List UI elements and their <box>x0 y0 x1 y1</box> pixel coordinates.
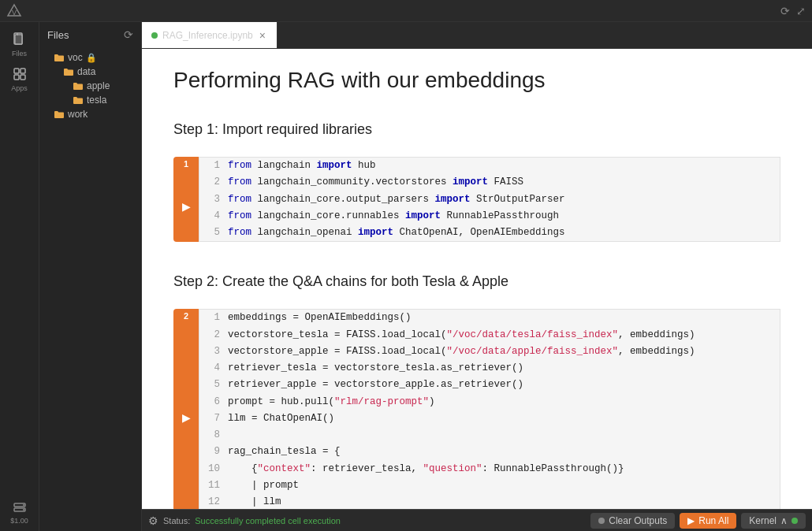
cell-1-left: 1 ▶ <box>173 157 199 242</box>
file-tree: voc 🔒 data apple <box>39 47 141 531</box>
top-bar: V ⟳ ⤢ <box>0 0 812 22</box>
c2-line-11: 11 | prompt <box>199 477 780 494</box>
cell-2-code: 1 embeddings = OpenAIEmbeddings() 2 vect… <box>199 309 780 509</box>
kernel-status-dot <box>792 518 798 524</box>
status-label: Status: <box>163 516 190 525</box>
tab-bar: RAG_Inference.ipynb × <box>142 22 812 49</box>
run-play-icon: ▶ <box>687 515 695 526</box>
files-icon <box>12 32 28 47</box>
code-line-4: 4 from langchain_core.runnables import R… <box>199 208 780 225</box>
storage-amount: $1.00 <box>10 517 28 525</box>
notebook-title-section: Performing RAG with our embeddings <box>142 49 812 106</box>
sidebar-icons: Files Apps $1.00 <box>0 22 39 531</box>
c2-line-1: 1 embeddings = OpenAIEmbeddings() <box>199 310 780 326</box>
c2-line-9: 9 rag_chain_tesla = { <box>199 444 780 460</box>
sidebar-item-files[interactable]: Files <box>4 28 35 60</box>
cell-1-run-button[interactable]: ▶ <box>173 171 199 242</box>
play-icon: ▶ <box>182 200 191 213</box>
step1-section: Step 1: Import required libraries <box>142 106 812 150</box>
cell-1-wrapper: 1 ▶ 1 from langchain import hub 2 from l… <box>173 157 780 242</box>
folder-icon <box>63 66 74 77</box>
c2-line-10: 10 {"context": retriever_tesla, "questio… <box>199 461 780 477</box>
svg-text:V: V <box>12 9 17 17</box>
file-item-tesla[interactable]: tesla <box>39 93 141 107</box>
bottom-actions: Clear Outputs ▶ Run All Kernel ∧ <box>590 513 806 529</box>
file-item-work[interactable]: work <box>39 107 141 121</box>
apps-icon <box>12 66 28 82</box>
tab-close-button[interactable]: × <box>258 30 267 41</box>
cell-2-number: 2 <box>173 309 199 323</box>
c2-line-12: 12 | llm <box>199 494 780 509</box>
file-item-apple[interactable]: apple <box>39 79 141 93</box>
svg-rect-7 <box>14 75 19 80</box>
files-refresh-icon[interactable]: ⟳ <box>124 28 133 41</box>
svg-rect-6 <box>20 69 25 73</box>
c2-line-5: 5 retriever_apple = vectorstore_apple.as… <box>199 377 780 393</box>
bottom-status: ⚙ Status: Successfully completed cell ex… <box>148 514 341 527</box>
svg-point-12 <box>23 509 24 511</box>
app-logo: V <box>6 3 22 19</box>
cell-1-number: 1 <box>173 157 199 171</box>
svg-rect-5 <box>14 69 19 73</box>
file-label-tesla: tesla <box>87 95 106 106</box>
step2-heading: Step 2: Create the Q&A chains for both T… <box>173 273 780 290</box>
tab-filename: RAG_Inference.ipynb <box>162 30 253 41</box>
folder-icon <box>73 95 84 106</box>
file-panel-header: Files ⟳ <box>39 22 141 47</box>
folder-icon <box>54 109 65 120</box>
c2-line-7: 7 llm = ChatOpenAI() <box>199 410 780 427</box>
c2-line-6: 6 prompt = hub.pull("rlm/rag-prompt") <box>199 394 780 410</box>
sidebar-item-apps[interactable]: Apps <box>4 63 35 95</box>
folder-icon <box>73 80 84 91</box>
c2-line-8: 8 <box>199 427 780 444</box>
file-label-voc: voc <box>68 52 83 63</box>
storage-indicator: $1.00 <box>4 493 35 531</box>
c2-line-2: 2 vectorstore_tesla = FAISS.load_local("… <box>199 327 780 343</box>
apps-label: Apps <box>11 84 28 92</box>
file-label-work: work <box>68 109 88 120</box>
svg-rect-3 <box>16 35 22 44</box>
kernel-chevron-icon: ∧ <box>780 515 788 526</box>
window-controls: ⟳ ⤢ <box>780 5 806 17</box>
kernel-label: Kernel <box>749 515 777 526</box>
cell-2-left: 2 ▶ <box>173 309 199 509</box>
file-panel: Files ⟳ voc 🔒 data <box>39 22 142 531</box>
clear-outputs-button[interactable]: Clear Outputs <box>590 513 675 529</box>
bottom-bar: ⚙ Status: Successfully completed cell ex… <box>142 509 812 531</box>
step1-heading: Step 1: Import required libraries <box>173 121 780 138</box>
run-label: Run All <box>698 515 728 526</box>
fullscreen-icon[interactable]: ⤢ <box>796 5 806 17</box>
settings-icon[interactable]: ⚙ <box>148 514 158 527</box>
clear-label: Clear Outputs <box>609 515 667 526</box>
cell-2-run-button[interactable]: ▶ <box>173 323 199 509</box>
clear-dot-icon <box>598 518 605 524</box>
c2-line-4: 4 retriever_tesla = vectorstore_tesla.as… <box>199 360 780 377</box>
files-panel-title: Files <box>47 29 69 41</box>
cell-1-code: 1 from langchain import hub 2 from langc… <box>199 157 780 242</box>
file-item-data[interactable]: data <box>39 65 141 79</box>
play-icon-2: ▶ <box>182 411 191 424</box>
file-label-data: data <box>77 66 95 77</box>
c2-line-3: 3 vectorstore_apple = FAISS.load_local("… <box>199 343 780 360</box>
code-line-1: 1 from langchain import hub <box>199 158 780 174</box>
cell-2-wrapper: 2 ▶ 1 embeddings = OpenAIEmbeddings() 2 … <box>173 309 780 509</box>
file-item-voc[interactable]: voc 🔒 <box>39 50 141 65</box>
refresh-icon[interactable]: ⟳ <box>780 5 790 17</box>
file-label-apple: apple <box>87 80 110 91</box>
code-line-5: 5 from langchain_openai import ChatOpenA… <box>199 225 780 241</box>
notebook: Performing RAG with our embeddings Step … <box>142 49 812 509</box>
notebook-title: Performing RAG with our embeddings <box>173 68 780 93</box>
code-line-3: 3 from langchain_core.output_parsers imp… <box>199 191 780 208</box>
step2-section: Step 2: Create the Q&A chains for both T… <box>142 254 812 303</box>
status-text: Successfully completed cell execution <box>195 516 341 525</box>
lock-icon: 🔒 <box>86 53 97 63</box>
code-line-2: 2 from langchain_community.vectorstores … <box>199 174 780 191</box>
kernel-button[interactable]: Kernel ∧ <box>741 513 806 529</box>
svg-rect-8 <box>20 75 25 80</box>
folder-icon <box>54 52 65 63</box>
tab-rag-inference[interactable]: RAG_Inference.ipynb × <box>142 22 277 48</box>
svg-point-11 <box>23 504 24 506</box>
files-label: Files <box>12 50 27 58</box>
run-all-button[interactable]: ▶ Run All <box>680 513 736 529</box>
storage-icon <box>12 499 28 515</box>
